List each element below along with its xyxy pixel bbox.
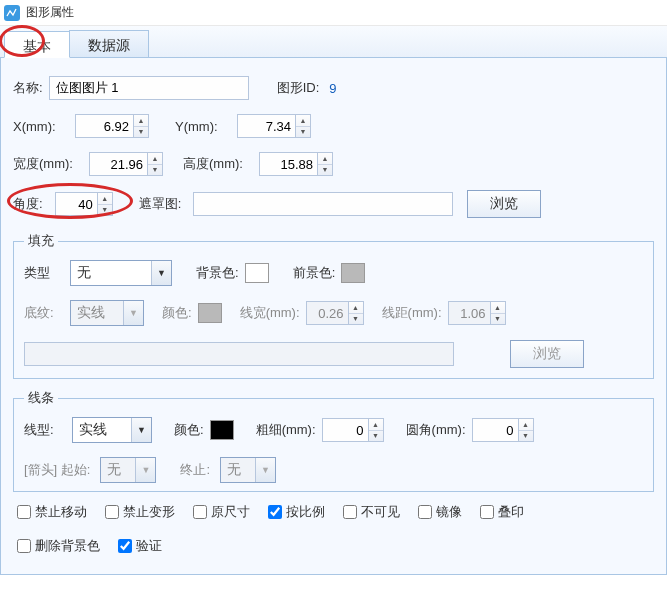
graphic-id-value: 9	[329, 81, 336, 96]
chk-lock-resize[interactable]: 禁止变形	[101, 502, 175, 522]
pattern-combo: 实线 ▼	[70, 300, 144, 326]
y-label: Y(mm):	[175, 119, 231, 134]
angle-down[interactable]: ▼	[98, 205, 112, 216]
height-down[interactable]: ▼	[318, 165, 332, 176]
angle-up[interactable]: ▲	[98, 193, 112, 205]
x-label: X(mm):	[13, 119, 69, 134]
pattern-color-swatch	[198, 303, 222, 323]
fill-group: 填充 类型 无 ▼ 背景色: 前景色: 底纹: 实线 ▼ 颜色: 线宽(mm):…	[13, 232, 654, 379]
strokewidth-label: 粗细(mm):	[256, 421, 316, 439]
graphic-id-label: 图形ID:	[277, 79, 320, 97]
bgcolor-label: 背景色:	[196, 264, 239, 282]
pattern-value: 实线	[71, 301, 123, 325]
app-icon	[4, 5, 20, 21]
pattern-drop-icon: ▼	[123, 301, 143, 325]
mask-input[interactable]	[193, 192, 453, 216]
linetype-combo[interactable]: 实线 ▼	[72, 417, 152, 443]
fgcolor-label: 前景色:	[293, 264, 336, 282]
arrow-start-combo: 无 ▼	[100, 457, 156, 483]
fill-type-label: 类型	[24, 264, 64, 282]
y-down[interactable]: ▼	[296, 127, 310, 138]
width-label: 宽度(mm):	[13, 155, 83, 173]
linewidth-spinner: ▲▼	[306, 301, 364, 325]
width-up[interactable]: ▲	[148, 153, 162, 165]
width-input[interactable]	[89, 152, 147, 176]
height-up[interactable]: ▲	[318, 153, 332, 165]
linewidth-label: 线宽(mm):	[240, 304, 300, 322]
corner-input[interactable]	[472, 418, 518, 442]
y-up[interactable]: ▲	[296, 115, 310, 127]
corner-down[interactable]: ▼	[519, 431, 533, 442]
corner-spinner[interactable]: ▲▼	[472, 418, 534, 442]
texture-browse-button: 浏览	[510, 340, 584, 368]
window-titlebar: 图形属性	[0, 0, 667, 26]
linewidth-down: ▼	[349, 314, 363, 325]
strokewidth-spinner[interactable]: ▲▼	[322, 418, 384, 442]
linegap-spinner: ▲▼	[448, 301, 506, 325]
stroke-color-swatch[interactable]	[210, 420, 234, 440]
bgcolor-swatch[interactable]	[245, 263, 269, 283]
tab-datasource[interactable]: 数据源	[69, 30, 149, 57]
chk-validate[interactable]: 验证	[114, 536, 162, 556]
arrow-end-drop-icon: ▼	[255, 458, 275, 482]
x-input[interactable]	[75, 114, 133, 138]
texture-path-input	[24, 342, 454, 366]
line-legend: 线条	[24, 389, 58, 407]
pattern-color-label: 颜色:	[162, 304, 192, 322]
fill-type-drop-icon[interactable]: ▼	[151, 261, 171, 285]
strokewidth-up[interactable]: ▲	[369, 419, 383, 431]
chk-orig-size[interactable]: 原尺寸	[189, 502, 250, 522]
x-down[interactable]: ▼	[134, 127, 148, 138]
x-up[interactable]: ▲	[134, 115, 148, 127]
arrow-start-drop-icon: ▼	[135, 458, 155, 482]
options-row: 禁止移动 禁止变形 原尺寸 按比例 不可见 镜像 叠印	[13, 502, 654, 530]
chk-proportional[interactable]: 按比例	[264, 502, 325, 522]
fill-type-value: 无	[71, 261, 151, 285]
arrow-start-value: 无	[101, 458, 135, 482]
arrow-end-label: 终止:	[180, 461, 210, 479]
linegap-label: 线距(mm):	[382, 304, 442, 322]
linetype-drop-icon[interactable]: ▼	[131, 418, 151, 442]
strokewidth-down[interactable]: ▼	[369, 431, 383, 442]
linegap-down: ▼	[491, 314, 505, 325]
chk-lock-move[interactable]: 禁止移动	[13, 502, 87, 522]
strokewidth-input[interactable]	[322, 418, 368, 442]
chk-invisible[interactable]: 不可见	[339, 502, 400, 522]
mask-browse-button[interactable]: 浏览	[467, 190, 541, 218]
corner-label: 圆角(mm):	[406, 421, 466, 439]
line-group: 线条 线型: 实线 ▼ 颜色: 粗细(mm): ▲▼ 圆角(mm): ▲▼ [箭…	[13, 389, 654, 492]
options-row-2: 删除背景色 验证	[13, 536, 654, 564]
arrow-start-label: [箭头] 起始:	[24, 461, 90, 479]
height-input[interactable]	[259, 152, 317, 176]
chk-overprint[interactable]: 叠印	[476, 502, 524, 522]
fill-legend: 填充	[24, 232, 58, 250]
name-input[interactable]	[49, 76, 249, 100]
fgcolor-swatch[interactable]	[341, 263, 365, 283]
arrow-end-value: 无	[221, 458, 255, 482]
chk-mirror[interactable]: 镜像	[414, 502, 462, 522]
arrow-end-combo: 无 ▼	[220, 457, 276, 483]
x-spinner[interactable]: ▲▼	[75, 114, 149, 138]
stroke-color-label: 颜色:	[174, 421, 204, 439]
name-label: 名称:	[13, 79, 43, 97]
height-spinner[interactable]: ▲▼	[259, 152, 333, 176]
linewidth-up: ▲	[349, 302, 363, 314]
mask-label: 遮罩图:	[139, 195, 182, 213]
width-down[interactable]: ▼	[148, 165, 162, 176]
linetype-label: 线型:	[24, 421, 66, 439]
angle-input[interactable]	[55, 192, 97, 216]
chk-remove-bg[interactable]: 删除背景色	[13, 536, 100, 556]
width-spinner[interactable]: ▲▼	[89, 152, 163, 176]
angle-label: 角度:	[13, 195, 43, 213]
fill-type-combo[interactable]: 无 ▼	[70, 260, 172, 286]
window-title: 图形属性	[26, 4, 74, 21]
corner-up[interactable]: ▲	[519, 419, 533, 431]
angle-spinner[interactable]: ▲▼	[55, 192, 113, 216]
height-label: 高度(mm):	[183, 155, 253, 173]
basic-panel: 名称: 图形ID: 9 X(mm): ▲▼ Y(mm): ▲▼ 宽度(mm): …	[0, 58, 667, 575]
y-spinner[interactable]: ▲▼	[237, 114, 311, 138]
linegap-input	[448, 301, 490, 325]
linegap-up: ▲	[491, 302, 505, 314]
tab-basic[interactable]: 基本	[4, 31, 70, 58]
y-input[interactable]	[237, 114, 295, 138]
